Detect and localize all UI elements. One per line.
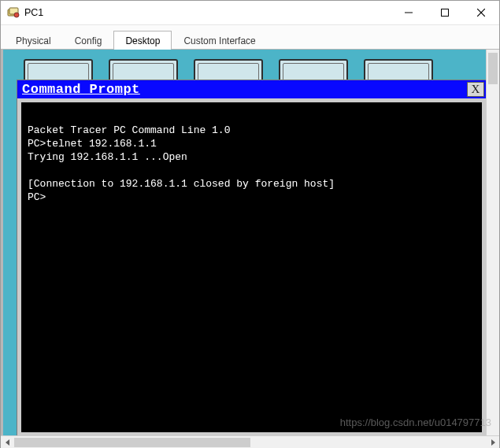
scroll-left-arrow-icon[interactable]: [1, 436, 14, 449]
command-prompt-titlebar[interactable]: Command Prompt X: [17, 80, 486, 98]
horizontal-scrollbar[interactable]: [1, 435, 499, 448]
tab-desktop[interactable]: Desktop: [113, 31, 172, 50]
tab-strip: Physical Config Desktop Custom Interface: [1, 25, 499, 50]
tab-physical[interactable]: Physical: [4, 31, 63, 50]
horizontal-scrollbar-track[interactable]: [14, 436, 486, 448]
svg-marker-7: [6, 439, 9, 446]
vertical-scrollbar[interactable]: [486, 50, 499, 435]
client-area: Command Prompt X Packet Tracer PC Comman…: [1, 50, 499, 435]
svg-rect-4: [442, 9, 449, 17]
scroll-right-arrow-icon[interactable]: [486, 436, 499, 449]
desktop-background: Command Prompt X Packet Tracer PC Comman…: [1, 50, 499, 435]
command-prompt-body-wrap: Packet Tracer PC Command Line 1.0 PC>tel…: [17, 98, 486, 435]
horizontal-scrollbar-thumb[interactable]: [14, 438, 250, 447]
window-buttons: [391, 1, 499, 25]
vertical-scrollbar-thumb[interactable]: [488, 53, 498, 84]
close-button[interactable]: [463, 1, 499, 25]
svg-point-2: [14, 13, 19, 17]
svg-marker-8: [491, 439, 495, 446]
maximize-button[interactable]: [427, 1, 463, 25]
command-prompt-terminal[interactable]: Packet Tracer PC Command Line 1.0 PC>tel…: [21, 102, 482, 432]
command-prompt-close-button[interactable]: X: [467, 82, 484, 97]
window-title: PC1: [24, 7, 43, 18]
app-window: PC1 Physical Config Desktop Custom Inter…: [0, 0, 500, 448]
app-pc-icon: [7, 6, 20, 19]
tab-config[interactable]: Config: [63, 31, 114, 50]
minimize-button[interactable]: [391, 1, 427, 25]
titlebar: PC1: [1, 1, 499, 25]
command-prompt-title: Command Prompt: [22, 82, 140, 97]
command-prompt-window: Command Prompt X Packet Tracer PC Comman…: [17, 80, 487, 435]
tab-custom-interface[interactable]: Custom Interface: [172, 31, 267, 50]
